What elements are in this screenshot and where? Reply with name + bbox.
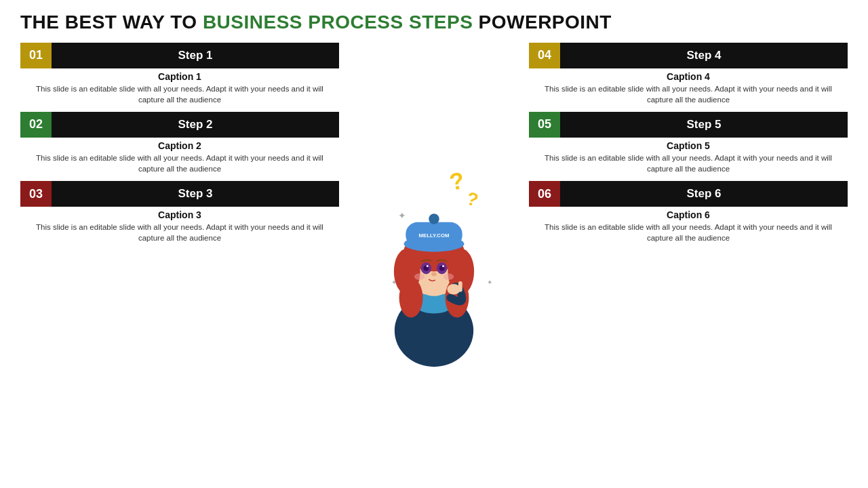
caption-text-1: This slide is an editable slide with all… — [23, 83, 336, 105]
svg-rect-30 — [458, 281, 462, 292]
step-number-3: 03 — [20, 181, 52, 207]
step-label-3: Step 3 — [52, 181, 339, 207]
caption-text-4: This slide is an editable slide with all… — [532, 83, 845, 105]
caption-title-4: Caption 4 — [532, 71, 845, 82]
step-label-4: Step 4 — [560, 43, 848, 68]
step-label-5: Step 5 — [560, 112, 848, 138]
step-number-5: 05 — [529, 112, 560, 138]
center-column: ? ? ✦ ✦ ✦ — [346, 43, 522, 481]
svg-text:✦: ✦ — [487, 279, 492, 286]
svg-point-25 — [442, 266, 444, 268]
title-part2: POWERPOINT — [473, 12, 612, 33]
svg-point-15 — [429, 214, 439, 225]
left-column: 01 Step 1 Caption 1 This slide is an edi… — [20, 43, 339, 481]
content-area: 01 Step 1 Caption 1 This slide is an edi… — [20, 43, 848, 481]
caption-text-3: This slide is an editable slide with all… — [23, 222, 336, 243]
step-block-1: 01 Step 1 Caption 1 This slide is an edi… — [20, 43, 339, 105]
step-header-5: 05 Step 5 — [529, 112, 848, 138]
step-label-2: Step 2 — [52, 112, 339, 138]
svg-point-26 — [431, 272, 437, 277]
step-caption-6: Caption 6 This slide is an editable slid… — [529, 207, 848, 243]
slide-title: THE BEST WAY TO BUSINESS PROCESS STEPS P… — [20, 12, 848, 33]
svg-text:?: ? — [448, 167, 467, 195]
svg-point-28 — [443, 274, 454, 281]
step-label-1: Step 1 — [52, 43, 339, 68]
step-header-1: 01 Step 1 — [20, 43, 339, 68]
svg-text:✦: ✦ — [398, 211, 406, 221]
step-number-1: 01 — [20, 43, 52, 68]
step-header-3: 03 Step 3 — [20, 181, 339, 207]
step-block-2: 02 Step 2 Caption 2 This slide is an edi… — [20, 112, 339, 174]
character-illustration: ? ? ✦ ✦ ✦ — [356, 153, 512, 370]
title-highlight: BUSINESS PROCESS STEPS — [203, 12, 473, 33]
caption-text-2: This slide is an editable slide with all… — [23, 152, 336, 174]
step-caption-3: Caption 3 This slide is an editable slid… — [20, 207, 339, 243]
step-block-4: 04 Step 4 Caption 4 This slide is an edi… — [529, 43, 848, 105]
step-number-4: 04 — [529, 43, 560, 68]
svg-text:MELLY.COM: MELLY.COM — [419, 233, 450, 239]
step-caption-2: Caption 2 This slide is an editable slid… — [20, 138, 339, 174]
step-block-5: 05 Step 5 Caption 5 This slide is an edi… — [529, 112, 848, 174]
step-block-3: 03 Step 3 Caption 3 This slide is an edi… — [20, 181, 339, 243]
step-header-4: 04 Step 4 — [529, 43, 848, 68]
title-part1: THE BEST WAY TO — [20, 12, 203, 33]
caption-title-3: Caption 3 — [23, 209, 336, 220]
caption-text-6: This slide is an editable slide with all… — [532, 222, 845, 243]
step-caption-5: Caption 5 This slide is an editable slid… — [529, 138, 848, 174]
svg-point-27 — [414, 274, 425, 281]
step-number-6: 06 — [529, 181, 560, 207]
step-header-6: 06 Step 6 — [529, 181, 848, 207]
step-caption-4: Caption 4 This slide is an editable slid… — [529, 68, 848, 105]
caption-title-5: Caption 5 — [532, 140, 845, 151]
svg-point-18 — [399, 279, 423, 318]
caption-title-6: Caption 6 — [532, 209, 845, 220]
step-header-2: 02 Step 2 — [20, 112, 339, 138]
step-block-6: 06 Step 6 Caption 6 This slide is an edi… — [529, 181, 848, 243]
slide: THE BEST WAY TO BUSINESS PROCESS STEPS P… — [0, 0, 868, 488]
caption-text-5: This slide is an editable slide with all… — [532, 152, 845, 174]
right-column: 04 Step 4 Caption 4 This slide is an edi… — [529, 43, 848, 481]
step-label-6: Step 6 — [560, 181, 848, 207]
caption-title-1: Caption 1 — [23, 71, 336, 82]
svg-point-24 — [427, 266, 429, 268]
caption-title-2: Caption 2 — [23, 140, 336, 151]
step-number-2: 02 — [20, 112, 52, 138]
step-caption-1: Caption 1 This slide is an editable slid… — [20, 68, 339, 105]
svg-text:?: ? — [465, 188, 481, 211]
